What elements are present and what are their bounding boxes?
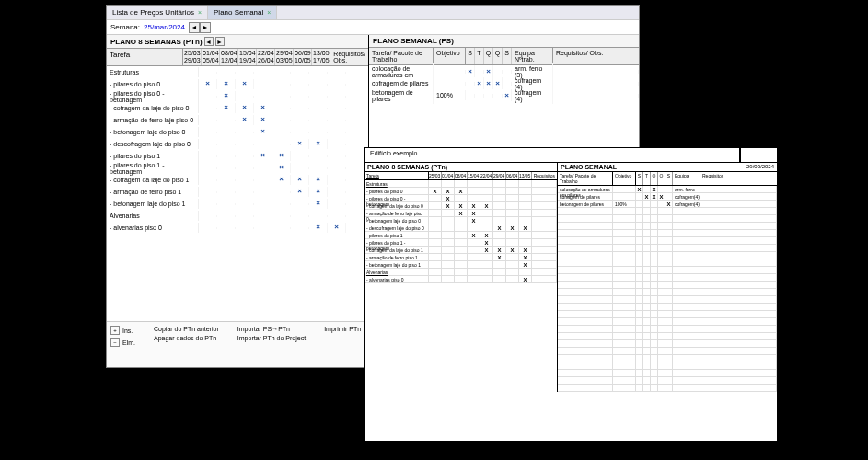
- pv8-mark-cell: X: [429, 188, 442, 195]
- pv8-mark-cell: [506, 180, 519, 188]
- ps-day-cell: [484, 94, 493, 98]
- planPS-row[interactable]: betonagem de pilares100%×cofragem (4): [369, 89, 639, 101]
- plan8-mark-cell: [309, 132, 328, 133]
- pv8-mark-cell: [455, 232, 468, 239]
- pv8-mark-cell: X: [442, 202, 455, 210]
- delete-button[interactable]: −: [110, 338, 120, 347]
- prev-week-button[interactable]: ◄: [189, 22, 200, 33]
- plan8-section: PLANO 8 SEMANAS (PTn) ◄ ► Tarefa 25/0329…: [107, 35, 369, 234]
- insert-button[interactable]: +: [110, 326, 120, 335]
- plan8-mark-cell: ×: [217, 91, 236, 101]
- plan8-mark-cell: ×: [217, 79, 236, 89]
- planPS-row[interactable]: colocação de armaduras em××arm. ferro (3…: [369, 65, 639, 77]
- close-icon[interactable]: ×: [267, 9, 271, 16]
- pvps-day-cell: [643, 201, 651, 208]
- preview-plan8-body: Estruturas- pilares do piso 0XXX- pilare…: [365, 180, 557, 283]
- pv8-row: - armação de ferro piso 1XX: [365, 254, 557, 261]
- plan8-row[interactable]: - alvenarias piso 0××: [107, 222, 368, 234]
- plan8-mark-cell: [199, 144, 217, 145]
- pv8-mark-cell: [493, 188, 506, 195]
- erase-ptn-button[interactable]: Apagar dados do PTn: [154, 335, 219, 341]
- plan8-date-header: 22/0426/04: [257, 49, 275, 65]
- pv8-mark-cell: [468, 247, 480, 254]
- pv8-mark-cell: X: [442, 195, 455, 202]
- pv8-req-cell: [532, 195, 557, 202]
- ps-day-cell: [493, 94, 503, 98]
- pvps-blank-row: [558, 340, 777, 348]
- preview-planPS: PLANO SEMANAL 29/03/2024 Tarefa/ Pacote …: [558, 163, 777, 392]
- ps-day-cell: [503, 82, 512, 86]
- plan8-mark-cell: [199, 191, 217, 193]
- plan8-row[interactable]: - cofragem da laje do piso 0×××: [107, 102, 368, 114]
- pv8-task-header: Tarefa: [365, 172, 429, 179]
- pv8-mark-cell: X: [480, 202, 493, 210]
- pvps-blank-row: [558, 230, 777, 237]
- plan8-req-cell: [346, 83, 368, 86]
- plan8-mark-cell: ×: [328, 223, 346, 233]
- close-icon[interactable]: ×: [198, 9, 202, 16]
- pvps-blank-row: [558, 362, 777, 370]
- plan8-mark-cell: [328, 179, 346, 181]
- pv8-mark-cell: [519, 239, 532, 247]
- tab-plano-semanal[interactable]: Plano Semanal ×: [208, 6, 277, 19]
- plan8-mark-cell: [272, 144, 291, 145]
- plan8-row[interactable]: - descofragem laje do piso 0××: [107, 138, 368, 150]
- preview-planPS-body: colocação de armaduras em pilaresXXarm. …: [558, 186, 777, 392]
- pv8-mark-cell: [519, 269, 532, 276]
- pv8-mark-cell: X: [519, 261, 532, 269]
- week-bar: Semana: 25/mar/2024 ◄ ►: [107, 20, 639, 35]
- pv8-date-header: 25/03: [429, 172, 442, 179]
- plan8-mark-cell: [199, 72, 217, 74]
- plan8-row[interactable]: - betonagem laje do piso 0×: [107, 126, 368, 138]
- pv8-mark-cell: [519, 217, 532, 224]
- plan8-row[interactable]: - cofragem da laje do piso 1×××: [107, 174, 368, 186]
- import-project-button[interactable]: Importar PTn do Project: [237, 335, 306, 341]
- plan8-mark-cell: [236, 144, 254, 145]
- next-week-button[interactable]: ►: [200, 22, 211, 33]
- import-ps-button[interactable]: Importar PS→PTn: [237, 326, 306, 332]
- plan8-task-cell: - cofragem da laje do piso 0: [107, 103, 199, 113]
- plan8-mark-cell: [272, 203, 291, 205]
- pv8-mark-cell: [455, 224, 468, 232]
- pv8-mark-cell: [429, 254, 442, 261]
- pv8-req-cell: [532, 254, 557, 261]
- pvps-blank-row: [558, 282, 777, 289]
- plan8-row[interactable]: - pilares do piso 0 - betonagem×: [107, 90, 368, 102]
- plan8-mark-cell: [328, 144, 346, 145]
- pvps-task-cell: cofragem de pilares: [558, 193, 613, 201]
- pv8-mark-cell: [493, 269, 506, 276]
- pv8-req-cell: [532, 224, 557, 232]
- print-ptn-button[interactable]: Imprimir PTn: [324, 326, 361, 332]
- plan8-mark-cell: [199, 132, 217, 133]
- plan8-mark-cell: [254, 84, 272, 86]
- pvps-eq-header: Equipa: [673, 172, 700, 185]
- plan8-row[interactable]: - betonagem laje do piso 1×: [107, 198, 368, 210]
- pv8-mark-cell: [442, 276, 455, 283]
- plan8-mark-cell: [217, 144, 236, 145]
- pv8-mark-cell: [493, 276, 506, 283]
- ps-task-cell: betonagem de pilares: [369, 87, 434, 104]
- plan8-mark-cell: ×: [254, 127, 272, 137]
- plan8-next-button[interactable]: ►: [215, 37, 225, 46]
- plan8-row[interactable]: Estruturas: [107, 66, 368, 78]
- pv8-mark-cell: X: [468, 232, 480, 239]
- plan8-row[interactable]: - pilares do piso 1 - betonagem×: [107, 162, 368, 174]
- pv8-mark-cell: [468, 261, 480, 269]
- tab-prices[interactable]: Lista de Preços Unitários ×: [107, 6, 208, 19]
- pv8-task-cell: - betonagem laje do piso 0: [365, 217, 429, 224]
- plan8-row[interactable]: - armação de ferro laje piso 0××: [107, 114, 368, 126]
- pv8-mark-cell: [506, 276, 519, 283]
- copy-ptn-button[interactable]: Copiar do PTn anterior: [154, 326, 219, 332]
- plan8-req-cell: [346, 107, 368, 110]
- plan8-row[interactable]: - armação de ferro piso 1××: [107, 186, 368, 198]
- plan8-date-header: 29/0403/05: [275, 49, 294, 65]
- plan8-date-header: 06/0910/05: [294, 49, 312, 65]
- plan8-mark-cell: [217, 227, 236, 229]
- pv8-mark-cell: [455, 276, 468, 283]
- plan8-row[interactable]: Alvenarias: [107, 210, 368, 222]
- plan8-mark-cell: ×: [309, 139, 328, 149]
- plan8-prev-button[interactable]: ◄: [204, 37, 214, 46]
- pv8-req-cell: [532, 261, 557, 269]
- plan8-mark-cell: [217, 132, 236, 133]
- pvps-eq-cell: arm. ferro: [673, 186, 700, 193]
